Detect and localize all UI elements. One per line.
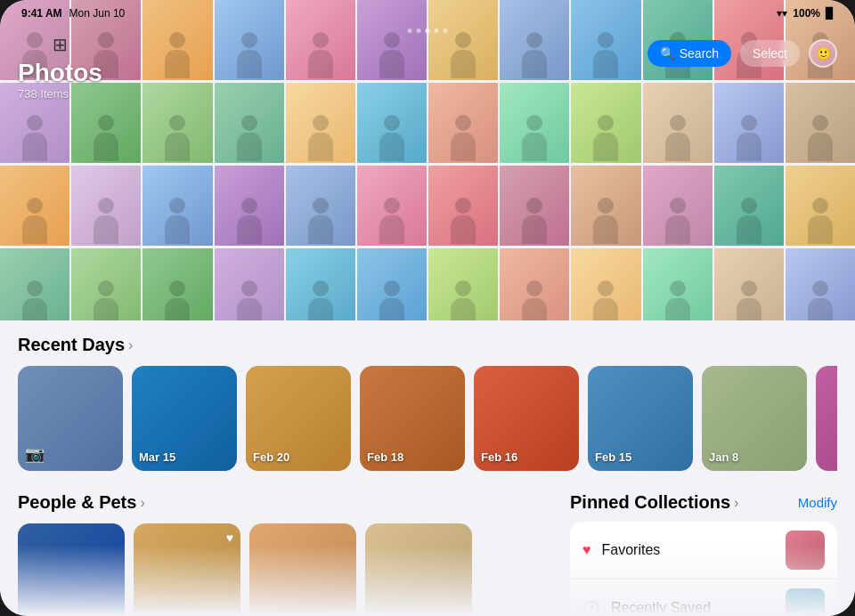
- search-button[interactable]: 🔍 Search: [647, 40, 731, 67]
- dot-1: [408, 28, 412, 33]
- dots-indicator: [408, 28, 448, 33]
- photo-cell[interactable]: [142, 248, 212, 328]
- people-thumb[interactable]: Toby: [365, 523, 472, 616]
- photo-cell[interactable]: [357, 166, 427, 246]
- pinned-collections-title: Pinned Collections: [570, 492, 730, 513]
- day-date-label: Mar 15: [139, 450, 175, 464]
- day-date-label: Feb 18: [367, 450, 403, 464]
- photo-cell[interactable]: [71, 166, 141, 246]
- recent-days-title: Recent Days: [18, 335, 125, 355]
- avatar[interactable]: 🙂: [809, 39, 837, 68]
- photo-cell[interactable]: [286, 166, 355, 246]
- day-date-label: Feb 15: [595, 450, 631, 464]
- photo-cell[interactable]: [643, 248, 712, 328]
- photo-cell[interactable]: [0, 248, 69, 328]
- day-thumb[interactable]: Mar 15: [132, 366, 237, 471]
- photo-cell[interactable]: [786, 248, 855, 328]
- wifi-icon: ▾▾: [777, 7, 787, 20]
- pinned-collections-chevron: ›: [734, 495, 738, 511]
- status-date: Mon Jun 10: [69, 7, 126, 20]
- day-thumb[interactable]: Feb 20: [246, 366, 351, 471]
- people-thumb-bg: [134, 523, 240, 616]
- pinned-item-label: Favorites: [602, 542, 786, 558]
- photo-cell[interactable]: [571, 248, 640, 328]
- photo-cell[interactable]: [357, 248, 427, 328]
- day-camera-icon: 📷: [25, 444, 45, 464]
- photo-cell[interactable]: [643, 166, 712, 246]
- pinned-list-item[interactable]: 🕐Recently Saved: [570, 580, 837, 616]
- select-label: Select: [753, 46, 787, 61]
- people-thumb[interactable]: ♥Chloe: [134, 523, 240, 616]
- photo-cell[interactable]: [71, 248, 141, 328]
- pinned-item-thumbnail: [786, 588, 825, 616]
- people-thumb-bg: [365, 523, 472, 616]
- grid-icon: ⊞: [53, 35, 68, 54]
- heart-icon: ♥: [226, 531, 233, 545]
- people-pets-section: People & Pets › ♥ChloeDanToby: [18, 492, 556, 616]
- recent-days-row[interactable]: 📷Mar 15Feb 20Feb 18Feb 16Feb 15Jan 8: [18, 366, 837, 474]
- photo-cell[interactable]: [215, 166, 284, 246]
- photo-count: 738 Items: [18, 87, 102, 101]
- avatar-image: 🙂: [816, 46, 831, 61]
- day-thumb[interactable]: Feb 16: [474, 366, 579, 471]
- bottom-sections: People & Pets › ♥ChloeDanToby Pinned Col…: [18, 492, 837, 616]
- battery-icon: ▉: [826, 7, 834, 20]
- day-thumb[interactable]: Feb 18: [360, 366, 465, 471]
- photo-cell[interactable]: [215, 248, 284, 328]
- photo-cell[interactable]: [428, 166, 498, 246]
- day-date-label: Feb 16: [481, 450, 517, 464]
- day-thumb[interactable]: Feb 15: [588, 366, 693, 471]
- photo-cell[interactable]: [500, 166, 569, 246]
- day-thumb[interactable]: [816, 366, 837, 471]
- people-thumb[interactable]: Dan: [249, 523, 356, 616]
- dot-5: [444, 28, 448, 33]
- people-name-label: Chloe: [141, 612, 170, 616]
- pinned-item-thumbnail: [786, 531, 825, 570]
- photo-cell[interactable]: [786, 166, 855, 246]
- people-pets-chevron: ›: [140, 495, 144, 511]
- dot-3: [426, 28, 430, 33]
- photo-cell[interactable]: [500, 248, 569, 328]
- people-row: ♥ChloeDanToby: [18, 523, 556, 616]
- app-header: ⊞ Photos 738 Items 🔍 Search Select 🙂: [0, 27, 855, 108]
- recent-days-chevron: ›: [128, 337, 133, 353]
- sections-area: Recent Days › 📷Mar 15Feb 20Feb 18Feb 16F…: [0, 320, 855, 616]
- photo-cell[interactable]: [428, 248, 498, 328]
- day-thumb-bg: [816, 366, 837, 471]
- photo-cell[interactable]: [714, 166, 784, 246]
- battery-level: 100%: [793, 7, 820, 20]
- photo-cell[interactable]: [142, 166, 212, 246]
- people-name-label: Dan: [256, 612, 277, 616]
- pinned-list-item[interactable]: ♥Favorites: [570, 522, 837, 580]
- photo-cell[interactable]: [714, 248, 784, 328]
- pinned-collections-title-row[interactable]: Pinned Collections ›: [570, 492, 738, 513]
- modify-button[interactable]: Modify: [798, 495, 837, 510]
- header-right: 🔍 Search Select 🙂: [647, 39, 837, 68]
- people-thumb-bg: [249, 523, 356, 616]
- select-button[interactable]: Select: [740, 40, 800, 67]
- photo-cell[interactable]: [286, 248, 355, 328]
- pinned-item-label: Recently Saved: [611, 600, 786, 616]
- scroll-content[interactable]: Recent Days › 📷Mar 15Feb 20Feb 18Feb 16F…: [0, 320, 855, 616]
- favorites-heart-icon: ♥: [582, 542, 591, 558]
- people-thumb[interactable]: [18, 523, 125, 616]
- dot-4: [435, 28, 439, 33]
- grid-view-button[interactable]: ⊞: [18, 34, 102, 55]
- people-pets-title: People & Pets: [18, 492, 136, 513]
- day-date-label: Feb 20: [253, 450, 289, 464]
- day-thumb[interactable]: 📷: [18, 366, 123, 471]
- photo-cell[interactable]: [0, 166, 69, 246]
- photo-cell[interactable]: [571, 166, 640, 246]
- day-thumb[interactable]: Jan 8: [702, 366, 807, 471]
- recent-days-title-row[interactable]: Recent Days ›: [18, 335, 133, 355]
- people-pets-header: People & Pets ›: [18, 492, 556, 513]
- dot-2: [417, 28, 421, 33]
- pinned-collections-section: Pinned Collections › Modify ♥Favorites🕐R…: [570, 492, 837, 616]
- status-right-icons: ▾▾ 100% ▉: [777, 7, 834, 20]
- search-label: Search: [680, 46, 719, 61]
- pinned-collections-header: Pinned Collections › Modify: [570, 492, 837, 513]
- page-title: Photos: [18, 59, 102, 87]
- people-pets-title-row[interactable]: People & Pets ›: [18, 492, 145, 513]
- status-time: 9:41 AM: [21, 7, 62, 20]
- recent-clock-icon: 🕐: [582, 600, 600, 617]
